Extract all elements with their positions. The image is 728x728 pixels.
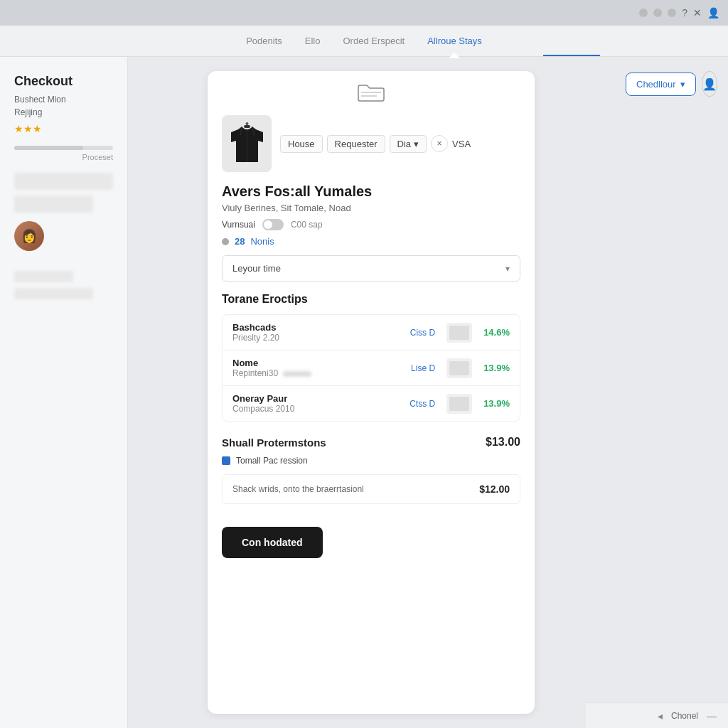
item-price-1: 13.9% — [483, 363, 510, 373]
item-name-0: Bashcads — [232, 322, 405, 333]
select-row: Leyour time ▾ — [208, 255, 535, 293]
tag-requester[interactable]: Requester — [327, 135, 385, 153]
sidebar-blurred-row-2 — [14, 196, 93, 213]
thumb-inner-0 — [449, 326, 469, 340]
total-amount: $13.00 — [486, 436, 520, 449]
item-name-1: Nome — [232, 358, 405, 368]
folder-icon — [357, 82, 385, 104]
bottom-bar: ◂ Chonel — — [586, 702, 728, 728]
sidebar-title: Checkout — [14, 74, 113, 89]
blurred-sub-1 — [283, 371, 311, 377]
item-thumb-0 — [446, 323, 472, 343]
svg-point-1 — [245, 122, 248, 125]
sidebar-stars: ★★★ — [14, 123, 113, 134]
window-close-btn[interactable] — [639, 9, 648, 17]
nav-item-allroue[interactable]: Allroue Stays — [427, 33, 482, 49]
badge-dot — [222, 238, 229, 245]
tag-house[interactable]: House — [280, 135, 323, 153]
tag-vsa: VSA — [452, 139, 471, 149]
user-icon[interactable]: 👤 — [707, 7, 719, 18]
sidebar-progress-label: Proceset — [14, 153, 113, 161]
meta-val: C00 sap — [291, 220, 323, 230]
tag-dia-dropdown[interactable]: Dia ▾ — [390, 135, 427, 153]
item-link-0[interactable]: Ciss D — [410, 328, 435, 338]
card-top-icon — [208, 71, 535, 109]
user-profile-button[interactable]: 👤 — [702, 71, 717, 97]
sidebar-progress-fill — [14, 146, 83, 150]
item-row-2: Oneray Paur Compacus 2010 Ctss D 13.9% — [223, 386, 520, 421]
product-address: Viuly Berines, Sit Tomale, Noad — [222, 203, 520, 213]
item-thumb-1 — [446, 358, 472, 378]
help-icon[interactable]: ? — [682, 7, 687, 18]
user-silhouette-icon: 👤 — [702, 77, 717, 91]
badge-text: Nonis — [250, 236, 274, 247]
right-panel: Chedllour ▾ 👤 — [614, 57, 728, 728]
sidebar-blurred-row-3 — [14, 271, 73, 282]
meta-toggle[interactable] — [262, 219, 284, 230]
badge-num: 28 — [235, 236, 245, 247]
section-title: Torane Eroctips — [208, 293, 535, 314]
total-row: Shuall Protermstons $13.00 — [222, 436, 520, 449]
close-icon[interactable]: ✕ — [693, 7, 702, 18]
thumb-inner-1 — [449, 361, 469, 375]
sidebar-sub2: Rejijing — [14, 107, 113, 117]
item-sub-0: Prieslty 2.20 — [232, 333, 405, 343]
main-layout: Checkout Bushect Mion Rejijing ★★★ Proce… — [0, 57, 728, 728]
tag-remove-btn[interactable]: × — [431, 135, 448, 152]
nav-bar: Podenits Ello Orded Erspecit Allroue Sta… — [0, 26, 728, 57]
title-bar: ? ✕ 👤 — [0, 0, 728, 26]
product-tags: House Requester Dia ▾ × VSA — [280, 135, 471, 153]
blue-square-icon — [222, 456, 230, 465]
item-row-1: Nome Repinteni30 Lise D 13.9% — [223, 350, 520, 386]
nav-active-indicator — [543, 55, 600, 56]
cta-row: Con hodated — [208, 527, 535, 558]
bottom-back-icon[interactable]: ◂ — [658, 710, 663, 722]
sidebar: Checkout Bushect Mion Rejijing ★★★ Proce… — [0, 57, 128, 728]
cta-button[interactable]: Con hodated — [222, 527, 323, 558]
nav-item-podenits[interactable]: Podenits — [246, 33, 282, 49]
checkout-chevron-icon: ▾ — [680, 79, 685, 90]
main-card: House Requester Dia ▾ × VSA Avers Fos:al… — [208, 71, 535, 714]
checkout-dropdown-button[interactable]: Chedllour ▾ — [626, 73, 696, 96]
item-price-2: 13.9% — [483, 398, 510, 409]
bottom-label: Chonel — [671, 711, 698, 721]
select-placeholder: Leyour time — [232, 263, 281, 274]
product-badge: 28 Nonis — [222, 236, 520, 247]
jacket-svg — [228, 121, 267, 167]
item-sub-1: Repinteni30 — [232, 368, 405, 378]
sidebar-avatar: 👩 — [14, 221, 44, 251]
total-sub-text: Tomall Pac ression — [236, 456, 308, 466]
sidebar-progress-bar — [14, 146, 113, 150]
window-expand-btn[interactable] — [668, 9, 676, 17]
avatar-inner: 👩 — [14, 221, 44, 251]
sidebar-blurred-row-1 — [14, 173, 113, 190]
nav-item-orded[interactable]: Orded Erspecit — [343, 33, 405, 49]
item-thumb-2 — [446, 394, 472, 414]
product-header: House Requester Dia ▾ × VSA — [208, 109, 535, 183]
product-meta: Vurnsuai C00 sap — [222, 219, 520, 230]
summary-text: Shack wrids, onto the braerrtasionl — [232, 484, 479, 494]
chevron-icon: ▾ — [414, 139, 419, 149]
item-info-1: Nome Repinteni30 — [232, 358, 405, 378]
total-sub-row: Tomall Pac ression — [222, 456, 520, 466]
item-row: Bashcads Prieslty 2.20 Ciss D 14.6% — [223, 315, 520, 350]
svg-rect-0 — [244, 125, 250, 128]
item-price-0: 14.6% — [483, 327, 510, 338]
nav-item-ello[interactable]: Ello — [305, 33, 321, 49]
window-minimize-btn[interactable] — [653, 9, 662, 17]
product-info: Avers Fos:all Yumales Viuly Berines, Sit… — [208, 183, 535, 255]
summary-price: $12.00 — [479, 483, 510, 495]
time-select[interactable]: Leyour time ▾ — [222, 255, 520, 282]
item-link-2[interactable]: Ctss D — [410, 399, 435, 409]
items-table: Bashcads Prieslty 2.20 Ciss D 14.6% Nome… — [222, 314, 520, 422]
product-image — [222, 115, 272, 172]
item-info-2: Oneray Paur Compacus 2010 — [232, 393, 404, 414]
sidebar-blurred-row-4 — [14, 288, 93, 299]
total-label: Shuall Protermstons — [222, 437, 326, 449]
item-link-1[interactable]: Lise D — [411, 363, 435, 373]
item-sub-2: Compacus 2010 — [232, 404, 404, 414]
bottom-minus-icon[interactable]: — — [707, 710, 717, 722]
sidebar-subtitle: Bushect Mion — [14, 95, 113, 105]
toggle-knob — [264, 220, 272, 229]
product-name: Avers Fos:all Yumales — [222, 183, 520, 200]
